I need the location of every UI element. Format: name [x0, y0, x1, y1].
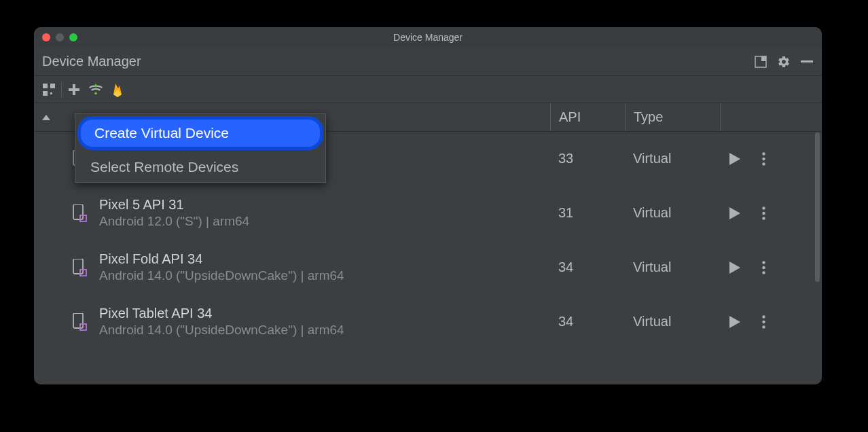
svg-rect-2 — [801, 60, 813, 62]
device-manager-window: Device Manager Device Manager — [34, 27, 822, 384]
device-type: Virtual — [625, 314, 720, 329]
svg-rect-22 — [73, 259, 83, 274]
table-row[interactable]: Pixel 5 API 31 Android 12.0 ("S") | arm6… — [34, 186, 822, 240]
svg-point-14 — [762, 152, 765, 155]
minimize-panel-icon[interactable] — [800, 55, 814, 69]
play-icon[interactable] — [728, 315, 742, 329]
device-type: Virtual — [625, 151, 720, 166]
svg-point-15 — [762, 157, 765, 160]
svg-rect-1 — [761, 56, 766, 61]
panel-actions — [754, 55, 814, 69]
panel-header: Device Manager — [34, 48, 822, 76]
device-api: 34 — [550, 259, 625, 275]
play-icon[interactable] — [728, 261, 742, 274]
more-vert-icon[interactable] — [757, 261, 770, 274]
gear-icon[interactable] — [777, 55, 791, 69]
device-api: 31 — [550, 205, 625, 221]
svg-rect-5 — [43, 91, 48, 96]
device-name: Pixel Fold API 34 — [99, 251, 344, 267]
phone-icon — [71, 313, 88, 331]
svg-rect-4 — [50, 84, 55, 88]
more-vert-icon[interactable] — [757, 315, 770, 329]
svg-rect-17 — [73, 204, 83, 219]
play-icon[interactable] — [728, 206, 742, 220]
svg-point-25 — [762, 266, 765, 268]
toolbar-separator — [61, 82, 62, 97]
column-header-actions — [720, 103, 801, 131]
toolbar — [34, 76, 822, 103]
wifi-icon[interactable] — [89, 83, 103, 96]
phone-icon — [71, 204, 88, 222]
device-subtitle: Android 12.0 ("S") | arm64 — [99, 214, 249, 229]
device-subtitle: Android 14.0 ("UpsideDownCake") | arm64 — [99, 323, 344, 338]
more-vert-icon[interactable] — [757, 206, 770, 220]
svg-point-9 — [94, 92, 97, 94]
sort-ascending-icon — [42, 115, 50, 120]
svg-rect-8 — [69, 88, 79, 91]
window-controls — [34, 33, 77, 41]
add-device-menu: Create Virtual Device Select Remote Devi… — [75, 113, 326, 183]
close-window-button[interactable] — [42, 33, 50, 41]
svg-point-31 — [762, 325, 765, 328]
window-title: Device Manager — [393, 32, 463, 43]
svg-rect-11 — [94, 85, 97, 86]
device-name: Pixel Tablet API 34 — [99, 306, 344, 321]
column-header-api[interactable]: API — [550, 103, 625, 131]
phone-icon — [71, 259, 88, 276]
minimize-window-button[interactable] — [56, 33, 64, 41]
device-explorer-icon[interactable] — [42, 83, 56, 96]
device-api: 34 — [550, 314, 625, 329]
svg-point-30 — [762, 320, 765, 323]
scrollbar[interactable] — [815, 132, 820, 282]
svg-point-16 — [762, 162, 765, 165]
maximize-window-button[interactable] — [69, 33, 77, 41]
svg-point-19 — [762, 206, 765, 209]
play-icon[interactable] — [728, 152, 742, 166]
window-mode-icon[interactable] — [754, 55, 767, 69]
svg-point-24 — [762, 261, 765, 264]
svg-rect-6 — [50, 92, 52, 94]
svg-point-29 — [762, 315, 765, 318]
device-type: Virtual — [625, 205, 720, 221]
device-type: Virtual — [625, 259, 720, 275]
svg-rect-27 — [73, 313, 83, 328]
device-subtitle: Android 14.0 ("UpsideDownCake") | arm64 — [99, 268, 344, 283]
svg-point-26 — [762, 271, 765, 274]
add-device-icon[interactable] — [67, 83, 81, 96]
svg-point-21 — [762, 217, 765, 219]
firebase-icon[interactable] — [111, 83, 124, 96]
table-row[interactable]: Pixel Fold API 34 Android 14.0 ("UpsideD… — [34, 240, 822, 295]
svg-rect-3 — [43, 84, 48, 88]
table-row[interactable]: Pixel Tablet API 34 Android 14.0 ("Upsid… — [34, 295, 822, 349]
menu-item-select-remote-devices[interactable]: Select Remote Devices — [75, 152, 325, 182]
titlebar: Device Manager — [34, 27, 822, 48]
svg-point-20 — [762, 211, 765, 214]
menu-item-create-virtual-device[interactable]: Create Virtual Device — [77, 116, 323, 150]
column-header-type[interactable]: Type — [625, 103, 720, 131]
more-vert-icon[interactable] — [757, 152, 770, 166]
device-api: 33 — [550, 151, 625, 166]
panel-title: Device Manager — [42, 54, 141, 69]
device-name: Pixel 5 API 31 — [99, 197, 249, 213]
